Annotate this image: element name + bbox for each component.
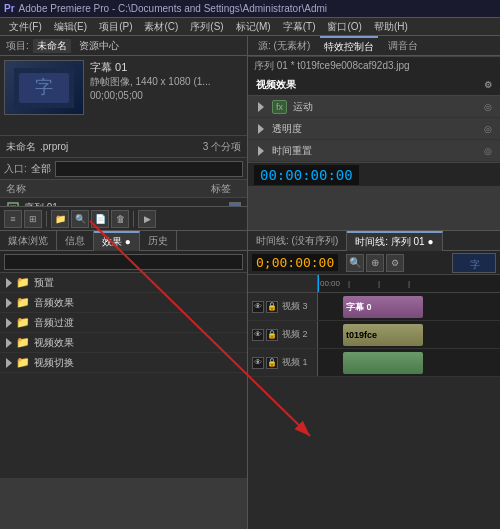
search-btn[interactable]: 🔍 [71,210,89,228]
adobe-icon: Pr [4,3,15,14]
menu-edit[interactable]: 编辑(E) [49,18,92,36]
menu-clip[interactable]: 素材(C) [139,18,183,36]
menu-bar: 文件(F) 编辑(E) 项目(P) 素材(C) 序列(S) 标记(M) 字幕(T… [0,18,500,36]
resource-center-tab[interactable]: 资源中心 [75,39,123,53]
effect-category-audio-effects[interactable]: 📁 音频效果 [0,293,247,313]
clip-info: 字幕 01 静帧图像, 1440 x 1080 (1... 00;00;05;0… [90,60,243,131]
timeline-thumbnail: 字 [452,253,496,273]
clip-video-v1[interactable] [343,352,423,374]
tab-media-browser[interactable]: 媒体浏览 [0,231,57,251]
clip-thumbnail: 字 [4,60,84,115]
project-controls: 未命名 .prproj 3 个分项 [0,136,247,158]
toolbar-separator-2 [133,211,134,227]
timeline-timecode[interactable]: 0;00:00:00 [252,254,338,271]
effects-search-bar [0,251,247,273]
timeline-tab-empty[interactable]: 时间线: (没有序列) [248,231,347,251]
delete-btn[interactable]: 🗑 [111,210,129,228]
play-btn[interactable]: ▶ [138,210,156,228]
opacity-options: ◎ [484,124,492,134]
search-input[interactable] [55,161,243,177]
clip-title-v3[interactable]: 字幕 0 [343,296,423,318]
track-row-video2: 👁 🔒 视频 2 t019fce [248,321,500,349]
track-content-video2[interactable]: t019fce [318,321,500,348]
title-text: Adobe Premiere Pro - C:\Documents and Se… [19,3,327,14]
new-item-btn[interactable]: 📄 [91,210,109,228]
track-lock-video2[interactable]: 🔒 [266,329,278,341]
clip-type: 静帧图像, 1440 x 1080 (1... [90,75,243,89]
effects-search-input[interactable] [4,254,243,270]
menu-window[interactable]: 窗口(O) [322,18,366,36]
track-eye-video3[interactable]: 👁 [252,301,264,313]
ruler-mark-0: 00:00 [320,279,340,288]
effect-source-label: 序列 01 * t019fce9e008caf92d3.jpg [248,56,500,74]
effect-category-presets[interactable]: 📁 预置 [0,273,247,293]
thumbnail-image: 字 [5,61,83,114]
track-row-video3: 👁 🔒 视频 3 字幕 0 [248,293,500,321]
ruler-track-labels [248,275,318,293]
file-row-sequence[interactable]: 序列 01 [0,198,247,206]
clip-img-v2[interactable]: t019fce [343,324,423,346]
project-count: 3 个分项 [203,140,241,154]
track-eye-video1[interactable]: 👁 [252,357,264,369]
project-panel-header: 项目: 未命名 资源中心 [0,36,247,56]
icon-view-btn[interactable]: ⊞ [24,210,42,228]
project-name-tab[interactable]: 未命名 [33,39,71,53]
timeline-zoom-in[interactable]: ⊕ [366,254,384,272]
timeline-settings[interactable]: ⚙ [386,254,404,272]
expand-icon-video-effects [6,338,12,348]
tab-effect-controls[interactable]: 特效控制台 [320,36,378,56]
time-display-bar: 00:00:00:00 [248,162,500,186]
source-header: 源: (无素材) 特效控制台 调音台 [248,36,500,56]
left-panel: 项目: 未命名 资源中心 字 字幕 01 静帧 [0,36,248,529]
menu-marker[interactable]: 标记(M) [231,18,276,36]
track-content-video3[interactable]: 字幕 0 [318,293,500,320]
track-content-video1[interactable] [318,349,500,376]
time-remap-options: ◎ [484,146,492,156]
playhead[interactable] [318,275,319,292]
effect-category-audio-trans[interactable]: 📁 音频过渡 [0,313,247,333]
effect-motion[interactable]: fx 运动 ◎ [248,96,500,118]
tab-info[interactable]: 信息 [57,231,94,251]
tab-source[interactable]: 源: (无素材) [254,36,314,56]
track-lock-video3[interactable]: 🔒 [266,301,278,313]
col-label-header: 标签 [201,182,241,196]
track-label-video1: 视频 1 [282,356,308,369]
menu-help[interactable]: 帮助(H) [369,18,413,36]
source-timecode[interactable]: 00:00:00:00 [254,165,359,185]
effect-label-presets: 预置 [34,276,54,290]
list-view-btn[interactable]: ≡ [4,210,22,228]
video-effects-label: 视频效果 [256,78,296,92]
bin-btn[interactable]: 📁 [51,210,69,228]
menu-file[interactable]: 文件(F) [4,18,47,36]
timeline-header: 时间线: (没有序列) 时间线: 序列 01 ● [248,231,500,251]
menu-project[interactable]: 项目(P) [94,18,137,36]
timeline-controls: 0;00:00:00 🔍 ⊕ ⚙ 字 [248,251,500,275]
file-list: 序列 01 t019fce9e008caf92d3.jpg T 字幕 01 [0,198,247,206]
track-eye-video2[interactable]: 👁 [252,329,264,341]
menu-sequence[interactable]: 序列(S) [185,18,228,36]
project-toolbar: ≡ ⊞ 📁 🔍 📄 🗑 ▶ [0,206,247,230]
video-effects-options: ⚙ [484,80,492,90]
motion-options: ◎ [484,102,492,112]
menu-title[interactable]: 字幕(T) [278,18,321,36]
tab-effects[interactable]: 效果 ● [94,231,140,251]
timeline-panel: 时间线: (没有序列) 时间线: 序列 01 ● 0;00:00:00 🔍 ⊕ … [248,231,500,529]
tab-audio-mixer[interactable]: 调音台 [384,36,422,56]
bottom-tab-row: 媒体浏览 信息 效果 ● 历史 [0,231,247,251]
track-lock-video1[interactable]: 🔒 [266,357,278,369]
timeline-tools: 🔍 ⊕ ⚙ [346,254,404,272]
effects-panel: 📁 预置 📁 音频效果 📁 音频过渡 📁 视频效果 [0,273,247,478]
expand-icon-audio-trans [6,318,12,328]
column-headers: 名称 标签 [0,180,247,198]
fx-badge-motion: fx [272,100,287,114]
timeline-tab-seq01[interactable]: 时间线: 序列 01 ● [347,231,442,251]
timeline-zoom-out[interactable]: 🔍 [346,254,364,272]
effect-time-remap[interactable]: 时间重置 ◎ [248,140,500,162]
folder-icon-audio-effects: 📁 [16,296,30,309]
source-panel: 源: (无素材) 特效控制台 调音台 序列 01 * t019fce9e008c… [248,36,500,231]
project-section: 项目: 未命名 资源中心 字 字幕 01 静帧 [0,36,247,231]
effect-category-video-trans[interactable]: 📁 视频切换 [0,353,247,373]
effect-opacity[interactable]: 透明度 ◎ [248,118,500,140]
effect-category-video-effects[interactable]: 📁 视频效果 [0,333,247,353]
tab-history[interactable]: 历史 [140,231,177,251]
